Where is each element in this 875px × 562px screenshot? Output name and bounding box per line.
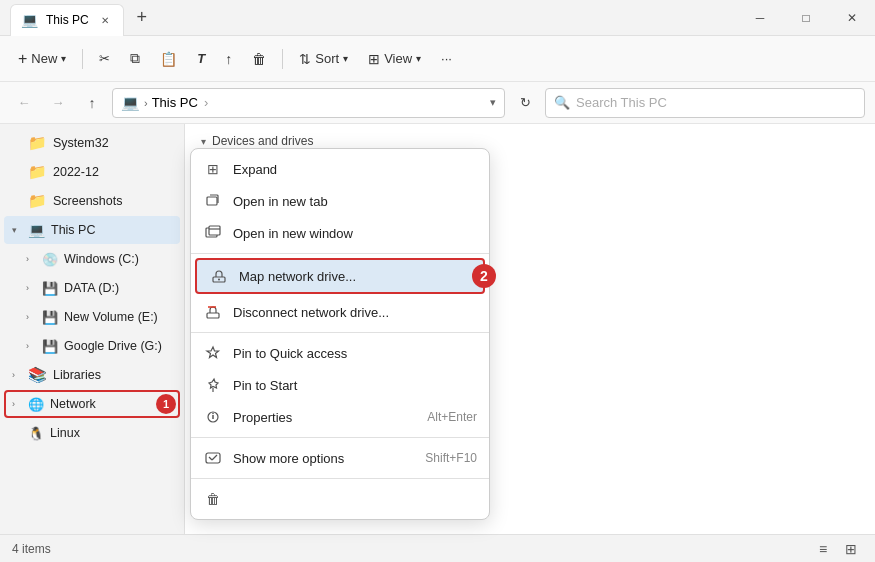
tab-close-button[interactable]: ✕ (97, 12, 113, 28)
more-options-icon (203, 448, 223, 468)
path-dropdown-icon[interactable]: ▾ (490, 96, 496, 109)
ctx-item-pin-quick[interactable]: Pin to Quick access (191, 337, 489, 369)
toolbar: + New ▾ ✂ ⧉ 📋 T ↑ 🗑 ⇅ Sort ▾ ⊞ View ▾ ··… (0, 36, 875, 82)
sort-label: Sort (315, 51, 339, 66)
svg-rect-13 (207, 313, 219, 318)
ctx-label-expand: Expand (233, 162, 477, 177)
new-icon: + (18, 50, 27, 68)
sidebar-item-label: System32 (53, 136, 109, 150)
ctx-label-disconnect: Disconnect network drive... (233, 305, 477, 320)
svg-point-12 (218, 279, 220, 281)
drive-icon: 💾 (42, 281, 58, 296)
svg-point-18 (212, 413, 214, 415)
ctx-label-new-window: Open in new window (233, 226, 477, 241)
minimize-button[interactable]: ─ (737, 0, 783, 36)
sort-icon: ⇅ (299, 51, 311, 67)
new-tab-icon (203, 191, 223, 211)
expand-chevron-icon: › (26, 283, 36, 293)
share-button[interactable]: ↑ (217, 43, 240, 75)
new-label: New (31, 51, 57, 66)
up-button[interactable]: ↑ (78, 89, 106, 117)
new-tab-button[interactable]: + (128, 4, 156, 32)
forward-button[interactable]: → (44, 89, 72, 117)
more-button[interactable]: ··· (433, 43, 460, 75)
ctx-item-new-tab[interactable]: Open in new tab (191, 185, 489, 217)
folder-icon: 📚 (28, 366, 47, 384)
cut-icon: ✂ (99, 51, 110, 66)
map-drive-badge: 2 (472, 264, 496, 288)
sidebar-item-label: Google Drive (G:) (64, 339, 162, 353)
ctx-item-disconnect[interactable]: Disconnect network drive... (191, 296, 489, 328)
view-controls: ≡ ⊞ (811, 537, 863, 561)
ctx-item-more-options[interactable]: Show more options Shift+F10 (191, 442, 489, 474)
network-icon: 🌐 (28, 397, 44, 412)
ctx-item-new-window[interactable]: Open in new window (191, 217, 489, 249)
new-button[interactable]: + New ▾ (10, 43, 74, 75)
section-header: ▾ Devices and drives (201, 134, 859, 148)
refresh-button[interactable]: ↻ (511, 89, 539, 117)
sidebar-item-label: DATA (D:) (64, 281, 119, 295)
ctx-item-map-drive[interactable]: Map network drive... (197, 260, 483, 292)
copy-button[interactable]: ⧉ (122, 43, 148, 75)
section-chevron-icon: ▾ (201, 136, 206, 147)
ctx-label-more-options: Show more options (233, 451, 415, 466)
sidebar-item-data-d[interactable]: › 💾 DATA (D:) (4, 274, 180, 302)
sidebar-item-linux[interactable]: 🐧 Linux (4, 419, 180, 447)
sort-button[interactable]: ⇅ Sort ▾ (291, 43, 356, 75)
sidebar-item-label: This PC (51, 223, 95, 237)
section-label: Devices and drives (212, 134, 313, 148)
context-menu: ⊞ Expand Open in new tab Open in new win… (190, 148, 490, 520)
toolbar-separator-2 (282, 49, 283, 69)
ctx-label-pin-quick: Pin to Quick access (233, 346, 477, 361)
path-chevron-icon: › (144, 97, 148, 109)
path-pc-icon: 💻 (121, 94, 140, 112)
sidebar-item-libraries[interactable]: › 📚 Libraries (4, 361, 180, 389)
sidebar-item-windows-c[interactable]: › 💿 Windows (C:) (4, 245, 180, 273)
tab-this-pc[interactable]: 💻 This PC ✕ (10, 4, 124, 36)
maximize-button[interactable]: □ (783, 0, 829, 36)
sidebar-item-system32[interactable]: 📁 System32 (4, 129, 180, 157)
pin-quick-icon (203, 343, 223, 363)
ctx-separator-4 (191, 478, 489, 479)
back-button[interactable]: ← (10, 89, 38, 117)
more-icon: ··· (441, 51, 452, 66)
ctx-label-properties: Properties (233, 410, 417, 425)
pin-start-icon (203, 375, 223, 395)
view-icon: ⊞ (368, 51, 380, 67)
search-bar[interactable]: 🔍 Search This PC (545, 88, 865, 118)
svg-line-20 (209, 457, 212, 460)
view-button[interactable]: ⊞ View ▾ (360, 43, 429, 75)
sidebar-item-new-volume-e[interactable]: › 💾 New Volume (E:) (4, 303, 180, 331)
expand-chevron-icon: › (12, 399, 22, 409)
cut-button[interactable]: ✂ (91, 43, 118, 75)
address-bar: ← → ↑ 💻 › This PC › ▾ ↻ 🔍 Search This PC (0, 82, 875, 124)
sidebar-item-google-drive-g[interactable]: › 💾 Google Drive (G:) (4, 332, 180, 360)
sidebar-item-screenshots[interactable]: 📁 Screenshots (4, 187, 180, 215)
copy-icon: ⧉ (130, 50, 140, 67)
title-bar-controls: ─ □ ✕ (737, 0, 875, 36)
rename-button[interactable]: T (189, 43, 213, 75)
ctx-item-pin-start[interactable]: Pin to Start (191, 369, 489, 401)
sidebar-item-2022-12[interactable]: 📁 2022-12 (4, 158, 180, 186)
path-bar[interactable]: 💻 › This PC › ▾ (112, 88, 505, 118)
ctx-item-delete[interactable]: 🗑 (191, 483, 489, 515)
list-view-button[interactable]: ≡ (811, 537, 835, 561)
sidebar-item-this-pc[interactable]: ▾ 💻 This PC (4, 216, 180, 244)
ctx-item-properties[interactable]: Properties Alt+Enter (191, 401, 489, 433)
network-badge: 1 (156, 394, 176, 414)
close-button[interactable]: ✕ (829, 0, 875, 36)
expand-chevron-icon: › (26, 254, 36, 264)
folder-icon: 📁 (28, 192, 47, 210)
sidebar-item-network[interactable]: › 🌐 Network 1 (4, 390, 180, 418)
tab-folder-icon: 💻 (21, 12, 38, 28)
paste-button[interactable]: 📋 (152, 43, 185, 75)
path-separator: › (204, 95, 208, 110)
view-label: View (384, 51, 412, 66)
delete-button[interactable]: 🗑 (244, 43, 274, 75)
drive-icon: 💿 (42, 252, 58, 267)
sort-chevron-icon: ▾ (343, 53, 348, 64)
search-icon: 🔍 (554, 95, 570, 110)
grid-view-button[interactable]: ⊞ (839, 537, 863, 561)
expand-chevron-icon: ▾ (12, 225, 22, 235)
ctx-item-expand[interactable]: ⊞ Expand (191, 153, 489, 185)
